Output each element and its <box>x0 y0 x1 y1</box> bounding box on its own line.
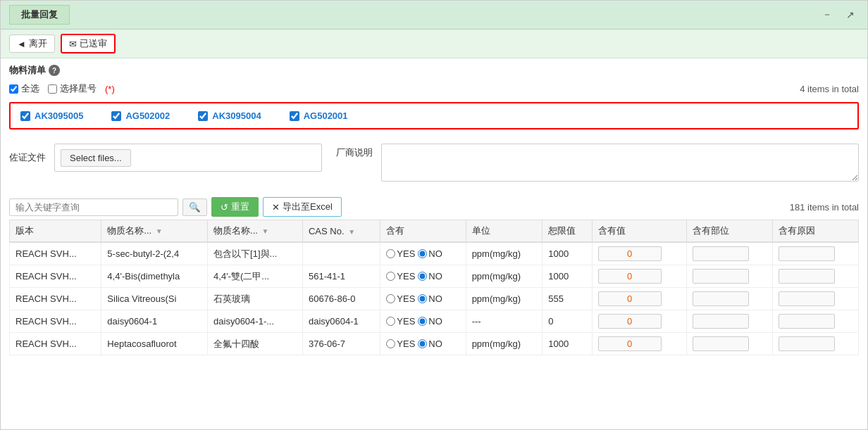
radio-yes-label-4[interactable]: YES <box>386 339 415 349</box>
radio-no-3[interactable] <box>418 317 427 326</box>
reason-input-1[interactable] <box>779 269 835 284</box>
item-AK3095005[interactable]: AK3095005 <box>20 110 83 121</box>
cell-unit-4: ppm(mg/kg) <box>466 333 542 355</box>
radio-yes-1[interactable] <box>386 272 395 281</box>
check-star-label[interactable]: 选择星号 <box>48 82 97 95</box>
radio-yes-2[interactable] <box>386 294 395 303</box>
filter-icon-2[interactable]: ▼ <box>262 227 269 235</box>
reason-input-3[interactable] <box>779 314 835 329</box>
cell-reason-0[interactable] <box>773 242 859 265</box>
cell-version-2: REACH SVH... <box>10 288 101 310</box>
check-star-checkbox[interactable] <box>48 84 57 94</box>
items-total: 4 items in total <box>800 84 859 94</box>
cell-location-3[interactable] <box>687 310 773 333</box>
submit-review-button[interactable]: ✉ 已送审 <box>61 34 116 53</box>
location-input-0[interactable] <box>693 246 749 261</box>
filter-icon-3[interactable]: ▼ <box>348 228 355 236</box>
cell-location-4[interactable] <box>687 333 773 355</box>
manufacturer-textarea[interactable] <box>381 144 859 182</box>
minimize-button[interactable]: － <box>818 7 836 23</box>
radio-no-4[interactable] <box>418 339 427 348</box>
file-section: 佐证文件 Select files... <box>9 144 322 172</box>
location-input-3[interactable] <box>693 314 749 329</box>
radio-no-label-1[interactable]: NO <box>418 271 442 282</box>
item-AG502001[interactable]: AG502001 <box>290 110 348 121</box>
check-all-label[interactable]: 全选 <box>9 82 39 95</box>
manufacturer-label: 厂商说明 <box>336 144 373 159</box>
leave-icon: ◄ <box>17 39 26 49</box>
export-excel-button[interactable]: ✕ 导出至Excel <box>263 197 342 217</box>
file-label: 佐证文件 <box>9 151 46 164</box>
reason-input-2[interactable] <box>779 291 835 306</box>
location-input-4[interactable] <box>693 336 749 351</box>
check-all-checkbox[interactable] <box>9 84 18 94</box>
value-input-0[interactable] <box>598 246 662 261</box>
item-checkbox-AG502001[interactable] <box>290 111 299 121</box>
filter-icon-1[interactable]: ▼ <box>156 227 163 235</box>
cell-reason-3[interactable] <box>773 310 859 333</box>
cell-location-0[interactable] <box>687 242 773 265</box>
item-AG502002[interactable]: AG502002 <box>111 110 170 121</box>
table-row: REACH SVH... Silica Vitreous(Si 石英玻璃 606… <box>10 288 859 310</box>
radio-yes-label-2[interactable]: YES <box>386 293 415 304</box>
cell-value-2[interactable] <box>592 288 687 310</box>
value-input-2[interactable] <box>598 291 662 306</box>
cell-reason-4[interactable] <box>773 333 859 355</box>
value-input-4[interactable] <box>598 336 662 351</box>
maximize-button[interactable]: ↗ <box>842 7 859 23</box>
cell-version-1: REACH SVH... <box>10 265 101 288</box>
item-checkbox-AK3095004[interactable] <box>198 111 208 121</box>
cell-reason-1[interactable] <box>773 265 859 288</box>
radio-no-1[interactable] <box>418 272 427 281</box>
item-checkbox-AK3095005[interactable] <box>20 111 30 121</box>
cell-value-0[interactable] <box>592 242 687 265</box>
cell-contain-0: YES NO <box>380 242 466 265</box>
cell-contain-1: YES NO <box>380 265 466 288</box>
reset-button[interactable]: ↺ 重置 <box>211 197 259 217</box>
search-input[interactable] <box>9 198 178 216</box>
cell-contain-3: YES NO <box>380 310 466 333</box>
cell-reason-2[interactable] <box>773 288 859 310</box>
location-input-2[interactable] <box>693 291 749 306</box>
item-AK3095004[interactable]: AK3095004 <box>198 110 261 121</box>
reset-icon: ↺ <box>221 202 228 213</box>
radio-no-label-0[interactable]: NO <box>418 248 442 259</box>
radio-yes-0[interactable] <box>386 249 395 258</box>
table-row: REACH SVH... Heptacosafluorot 全氟十四酸 376-… <box>10 333 859 355</box>
value-input-1[interactable] <box>598 269 662 284</box>
value-input-3[interactable] <box>598 314 662 329</box>
radio-no-label-2[interactable]: NO <box>418 293 442 304</box>
radio-yes-4[interactable] <box>386 339 395 348</box>
item-checkbox-AG502002[interactable] <box>111 111 121 121</box>
select-files-button[interactable]: Select files... <box>61 149 131 167</box>
title-tab[interactable]: 批量回复 <box>9 5 70 25</box>
col-value: 含有值 <box>592 220 687 243</box>
radio-no-0[interactable] <box>418 249 427 258</box>
radio-no-2[interactable] <box>418 294 427 303</box>
cell-cas-2: 60676-86-0 <box>302 288 380 310</box>
cell-unit-2: ppm(mg/kg) <box>466 288 542 310</box>
cell-location-2[interactable] <box>687 288 773 310</box>
table-row: REACH SVH... 5-sec-butyl-2-(2,4 包含以下[1]與… <box>10 242 859 265</box>
radio-yes-label-3[interactable]: YES <box>386 316 415 327</box>
radio-yes-label-0[interactable]: YES <box>386 248 415 259</box>
cell-value-4[interactable] <box>592 333 687 355</box>
cell-substance1-2: Silica Vitreous(Si <box>101 288 208 310</box>
search-button[interactable]: 🔍 <box>182 198 207 216</box>
table-total-count: 181 items in total <box>790 202 859 213</box>
radio-no-label-3[interactable]: NO <box>418 316 442 327</box>
radio-yes-3[interactable] <box>386 317 395 326</box>
main-window: 批量回复 － ↗ ◄ 离开 ✉ 已送审 物料清单 ? 全选 <box>0 0 868 430</box>
cell-value-1[interactable] <box>592 265 687 288</box>
radio-no-label-4[interactable]: NO <box>418 339 442 349</box>
table-row: REACH SVH... daisy0604-1 daisy0604-1-...… <box>10 310 859 333</box>
radio-yes-label-1[interactable]: YES <box>386 271 415 282</box>
cell-location-1[interactable] <box>687 265 773 288</box>
help-icon[interactable]: ? <box>49 65 60 76</box>
cell-substance1-1: 4,4'-Bis(dimethyla <box>101 265 208 288</box>
location-input-1[interactable] <box>693 269 749 284</box>
cell-value-3[interactable] <box>592 310 687 333</box>
reason-input-4[interactable] <box>779 336 835 351</box>
reason-input-0[interactable] <box>779 246 835 261</box>
leave-button[interactable]: ◄ 离开 <box>9 34 55 53</box>
